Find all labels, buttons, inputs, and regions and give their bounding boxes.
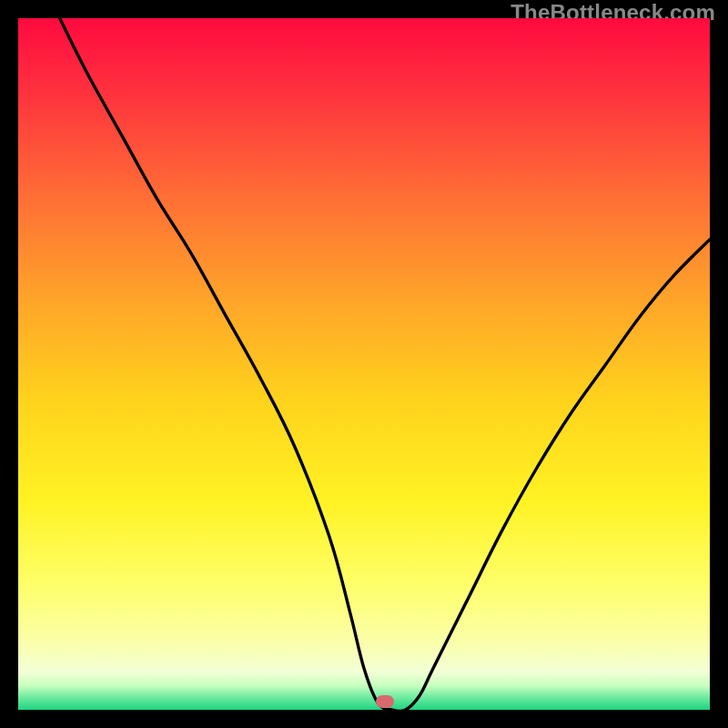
chart-frame: TheBottleneck.com	[0, 0, 728, 728]
bottleneck-curve	[18, 18, 710, 710]
optimal-point-marker	[376, 695, 394, 708]
plot-area	[18, 18, 710, 710]
